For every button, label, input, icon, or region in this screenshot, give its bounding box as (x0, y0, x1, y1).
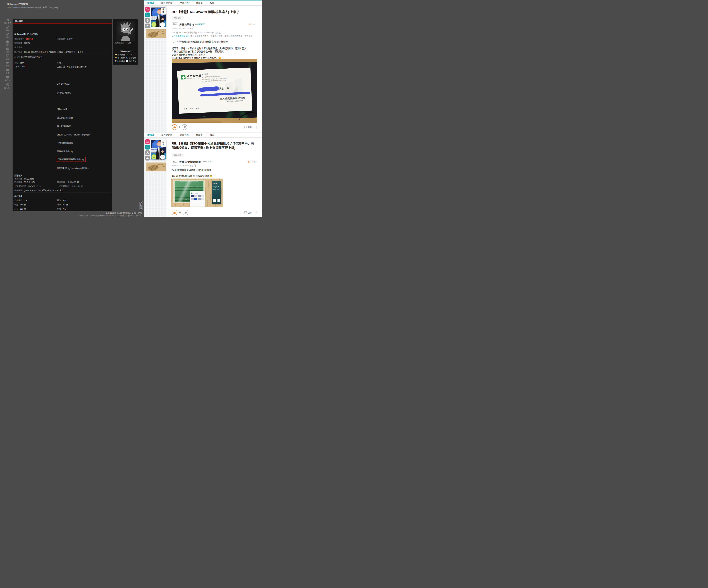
board-tag[interactable]: 場外綜合 (172, 16, 184, 20)
post-1: LV.43 GP2k $ 好 (144, 6, 262, 132)
sidebar-item-guestbook[interactable]: 留言板 (5, 76, 10, 82)
open-image-link[interactable]: > 在新視窗開啟圖片 (172, 35, 189, 37)
user-badges: LV.43 GP2k $ (145, 7, 150, 28)
briefcase-icon (6, 40, 9, 43)
last-post-row: 上次發表時間10-5-19 22:48 (57, 185, 83, 188)
thumbs-up-button[interactable] (172, 124, 177, 130)
boo-label[interactable]: 噓 (254, 160, 256, 163)
dpp-logo-icon (181, 75, 185, 80)
say-hello-link[interactable]: 打個招呼 (115, 60, 126, 63)
used-space-row: 已用家園0 B (14, 199, 27, 202)
intro-list-item: 東方project同好會 (57, 116, 73, 119)
add-friend-link[interactable]: 加入好友 (115, 57, 126, 59)
author-nickname[interactable]: 勞贖(檢舉達人) (179, 23, 194, 26)
send-message-link[interactable]: 傳送訊息 (126, 60, 137, 63)
tab-digest[interactable]: 精華區 (192, 1, 206, 4)
last-active-row: 上次活動時間10-6-23 17:13 (14, 185, 40, 188)
reply-button[interactable]: 回覆 (244, 126, 252, 129)
signature-fossil-image[interactable] (146, 29, 166, 38)
tab-hala[interactable]: 哈啦區 (144, 1, 158, 4)
forum-tabbar: 哈啦區 場外休憩區 文章列表 精華區 板規 (144, 0, 262, 5)
home-icon (6, 19, 9, 21)
tab-rules[interactable]: 板規 (206, 1, 218, 4)
board-tag[interactable]: 場外綜合 (172, 153, 184, 157)
page-url-line[interactable]: https://www.gamez.com.tw/?547041 [收藏] [複… (7, 6, 58, 9)
page-title: SHkeroroIT的家園 (7, 2, 28, 6)
leave-message-link[interactable]: 給我留言 (126, 57, 137, 59)
money-bag-icon[interactable]: $ (145, 150, 150, 155)
face-badge-icon[interactable] (145, 24, 150, 28)
more-options-button[interactable]: ⋮ (255, 126, 258, 129)
gp-badge: GP2k (145, 12, 150, 17)
envelope-photo[interactable]: 民主進步黨 Democratic Progressive Party, Taiw… (172, 59, 257, 123)
boo-label[interactable]: 噓 (254, 23, 256, 26)
wood-desk (172, 119, 222, 123)
dislike-count: - (189, 126, 189, 128)
dpp-masks-photo[interactable]: DPP HSINCHU CITY CHAPTER DPP HSINCHU CIT… (171, 179, 223, 207)
avatar[interactable]: 好 耶 (150, 139, 167, 160)
rings-icon (6, 33, 9, 36)
signature-fossil-image[interactable] (146, 162, 166, 172)
empty-medal-slot (117, 44, 121, 50)
boo-count: - (256, 23, 257, 25)
boo-count: - (256, 160, 257, 163)
member-group-row: 會員群組無名的鄉紳 (14, 177, 34, 180)
pencil-icon (126, 57, 128, 59)
avatar[interactable] (117, 21, 135, 41)
sidebar-item-blackboard[interactable]: 黑板 (6, 54, 9, 60)
tab-articles[interactable]: 文章列表 (176, 1, 192, 4)
dpp-chapter-card: DPP HSINCHU CITY CHAPTER (212, 181, 221, 204)
author-id[interactable]: bm5424293 (203, 160, 212, 162)
tab-offtopic[interactable]: 場外休憩區 (158, 133, 176, 136)
tab-articles[interactable]: 文章列表 (176, 133, 192, 136)
intro-list-item: SHkeroroIT: (57, 108, 67, 110)
sidebar-item-share[interactable]: 分享 (6, 69, 9, 74)
tab-digest[interactable]: 精華區 (192, 133, 206, 136)
tab-hala[interactable]: 哈啦區 (144, 133, 158, 136)
reply-button[interactable]: 回覆 (244, 211, 252, 214)
mail-status-row: 信箱狀態未驗證 (57, 37, 72, 40)
views-row: 家園瀏覽數506919 (14, 37, 33, 40)
svg-text:$: $ (147, 153, 148, 154)
profile-panel: 個人資料 SHkeroroIT(UID: 547041) 家園瀏覽數506919… (12, 19, 112, 211)
back-to-top-button[interactable]: ▲ 回頂部 (140, 201, 143, 210)
sidebar-item-feed[interactable]: 動態 (6, 26, 9, 32)
user-badges: LV.43 GP2k $ (145, 139, 150, 160)
reply-bubble-icon (244, 126, 247, 128)
sidebar-item-profile[interactable]: 個人資料 (4, 83, 11, 89)
footer-links[interactable]: 存檔 手機版 聯絡我們 新聞提供 鐵之狂傲 (75, 212, 142, 215)
signature-label: 個人簽名 (14, 46, 22, 49)
mentor-link[interactable]: 拜師TA (126, 53, 137, 56)
author-nickname[interactable]: 勞贖(SO愛將颯爽回歸) (179, 160, 201, 163)
profile-avatar-card: 分享小遊戲 : 116 筆 SHkeroroIT 檢視黑板 拜師TA 加入好友 … (113, 19, 138, 65)
sidebar-item-album[interactable]: 相簿 (6, 48, 9, 53)
chat-filled-icon (6, 76, 9, 79)
intro-list-item-highlighted: 巴哈姆特電玩資訊站 (剛加入) (56, 157, 86, 162)
face-badge-icon[interactable] (145, 156, 150, 160)
author-id[interactable]: bm5424293 (195, 23, 205, 25)
sidebar-item-thoughts[interactable]: 隨想 (6, 33, 9, 39)
tab-rules[interactable]: 板規 (206, 133, 218, 136)
more-options-button[interactable]: ⋮ (255, 211, 258, 214)
thumbs-down-button[interactable] (183, 210, 188, 215)
megaphone-icon (115, 53, 117, 56)
chat-filled-icon (6, 69, 9, 71)
post-date: 2022-04-04 19:19:57編輯 (172, 164, 196, 167)
money-bag-icon[interactable]: $ (145, 18, 150, 23)
push-label[interactable]: 推 (249, 23, 251, 26)
sidebar-item-blog[interactable]: 網誌 (6, 40, 9, 46)
tab-offtopic[interactable]: 場外休憩區 (158, 1, 176, 4)
svg-text:好: 好 (163, 141, 165, 143)
post-distribution: 文章分布100單機遊戲 100 % % (14, 55, 42, 58)
post-title: RE:【問題】對SO樓主不利消息都被刪光了(SO集中串，有話想說都來，保證不刪&… (172, 141, 257, 150)
sidebar-item-topics[interactable]: 主題 (6, 62, 9, 67)
thumbs-down-button[interactable] (182, 124, 187, 130)
avatar[interactable]: 好 耶 (150, 7, 167, 28)
envelope-number: 7580 (241, 93, 245, 94)
push-label[interactable]: 推 (248, 160, 250, 163)
post-paragraph: 年紀都快我的兩倍了行為卻像國中生一樣，邏輯壞死 (172, 50, 258, 53)
view-blackboard-link[interactable]: 檢視黑板 (115, 53, 126, 56)
reply-bubble-icon (244, 211, 247, 214)
thumbs-up-button[interactable] (172, 210, 177, 215)
sidebar-item-home[interactable]: 個人首頁 (4, 19, 11, 24)
